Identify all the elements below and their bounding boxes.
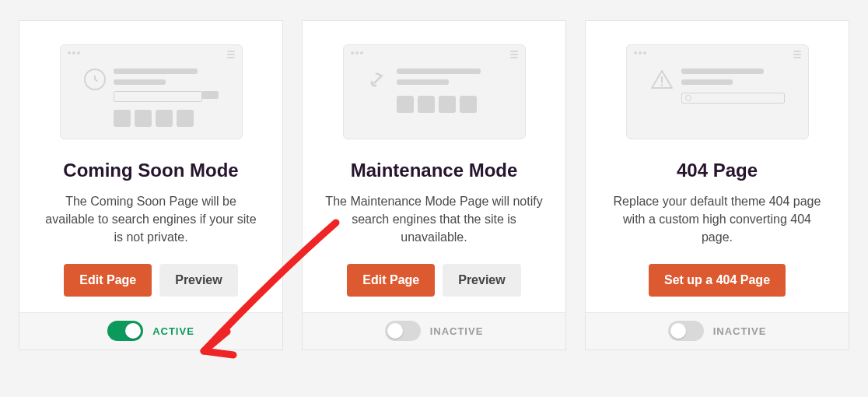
card-title: Coming Soon Mode	[63, 160, 238, 181]
illustration-404	[626, 44, 809, 139]
card-coming-soon: Coming Soon Mode The Coming Soon Page wi…	[19, 20, 283, 350]
card-desc: The Coming Soon Page will be available t…	[37, 192, 265, 247]
card-404: 404 Page Replace your default theme 404 …	[585, 20, 849, 350]
svg-point-1	[660, 84, 663, 86]
card-desc: The Maintenance Mode Page will notify se…	[320, 192, 548, 247]
warning-icon	[650, 69, 674, 90]
state-label: INACTIVE	[430, 325, 484, 337]
tools-icon	[367, 69, 389, 90]
card-title: 404 Page	[677, 160, 758, 181]
state-label: ACTIVE	[152, 325, 194, 337]
illustration-coming-soon	[60, 44, 243, 139]
card-maintenance: Maintenance Mode The Maintenance Mode Pa…	[302, 20, 566, 350]
card-footer: INACTIVE	[303, 312, 565, 350]
card-title: Maintenance Mode	[351, 160, 518, 181]
edit-page-button[interactable]: Edit Page	[64, 264, 152, 297]
illustration-maintenance	[343, 44, 526, 139]
setup-404-button[interactable]: Set up a 404 Page	[649, 264, 786, 297]
cards-row: Coming Soon Mode The Coming Soon Page wi…	[0, 0, 868, 371]
active-toggle[interactable]	[668, 321, 704, 341]
clock-icon	[84, 69, 106, 90]
state-label: INACTIVE	[713, 325, 767, 337]
preview-button[interactable]: Preview	[443, 264, 520, 297]
active-toggle[interactable]	[385, 321, 421, 341]
preview-button[interactable]: Preview	[159, 264, 237, 297]
active-toggle[interactable]	[107, 321, 143, 341]
edit-page-button[interactable]: Edit Page	[347, 264, 435, 297]
card-desc: Replace your default theme 404 page with…	[603, 192, 831, 247]
card-footer: INACTIVE	[586, 312, 849, 350]
card-footer: ACTIVE	[19, 312, 282, 350]
